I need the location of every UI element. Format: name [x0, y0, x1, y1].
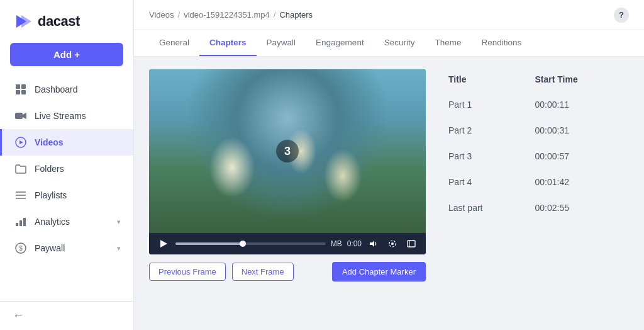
list-icon: [14, 189, 27, 202]
breadcrumb-filename[interactable]: video-1591224351.mp4: [184, 10, 270, 20]
col-header-title: Title: [441, 69, 527, 92]
progress-bar[interactable]: [175, 242, 326, 245]
logo-area: dacast: [0, 0, 133, 43]
paywall-chevron-icon: ▾: [117, 244, 121, 253]
video-section: 3 MB 0:00: [149, 69, 426, 317]
logo-text: dacast: [38, 13, 80, 30]
add-chapter-marker-button[interactable]: Add Chapter Marker: [332, 262, 426, 282]
sidebar-item-analytics-label: Analytics: [35, 217, 70, 227]
sidebar: dacast Add + Dashboard Live Streams Vide…: [0, 0, 134, 330]
dollar-icon: $: [14, 242, 27, 254]
chapter-start-time-cell: 00:00:57: [527, 144, 629, 169]
add-button[interactable]: Add +: [10, 43, 123, 66]
chapter-number-badge: 3: [276, 140, 299, 162]
svg-rect-22: [408, 241, 415, 247]
previous-frame-button[interactable]: Previous Frame: [149, 263, 226, 281]
chapter-start-time-cell: 00:00:31: [527, 118, 629, 144]
dacast-logo-icon: [13, 11, 33, 31]
time-display: 0:00: [347, 239, 362, 248]
table-row: Part 400:01:42: [441, 169, 629, 195]
bar-icon: [14, 215, 27, 228]
chapter-title-cell: Part 3: [441, 144, 527, 169]
sidebar-bottom: ←: [0, 301, 133, 330]
breadcrumb: Videos / video-1591224351.mp4 / Chapters: [149, 10, 313, 20]
content-area: 3 MB 0:00: [134, 57, 644, 330]
breadcrumb-videos[interactable]: Videos: [149, 10, 174, 20]
sidebar-item-videos[interactable]: Videos: [0, 129, 133, 156]
analytics-chevron-icon: ▾: [117, 218, 121, 226]
svg-rect-4: [16, 90, 20, 94]
svg-marker-7: [23, 113, 26, 119]
sidebar-item-dashboard[interactable]: Dashboard: [0, 76, 133, 103]
sidebar-item-playlists[interactable]: Playlists: [0, 182, 133, 208]
frame-controls: Previous Frame Next Frame Add Chapter Ma…: [149, 262, 426, 282]
svg-rect-5: [21, 90, 26, 94]
sidebar-item-live-streams[interactable]: Live Streams: [0, 103, 133, 129]
svg-marker-1: [21, 15, 31, 28]
progress-fill: [175, 242, 243, 245]
video-wrapper: 3 MB 0:00: [149, 69, 426, 254]
chapter-start-time-cell: 00:01:42: [527, 169, 629, 195]
tab-security[interactable]: Security: [374, 30, 425, 56]
tab-paywall[interactable]: Paywall: [257, 30, 306, 56]
volume-button[interactable]: [367, 239, 380, 249]
chapter-start-time-cell: 00:02:55: [527, 195, 629, 221]
svg-rect-2: [16, 84, 20, 89]
sidebar-item-videos-label: Videos: [35, 137, 64, 147]
tabs-bar: General Chapters Paywall Engagement Secu…: [134, 30, 644, 57]
tab-renditions[interactable]: Renditions: [471, 30, 531, 56]
svg-rect-15: [23, 218, 26, 226]
table-row: Part 100:00:11: [441, 92, 629, 118]
svg-marker-19: [370, 241, 374, 247]
nav-items: Dashboard Live Streams Videos Folders: [0, 76, 133, 301]
main-content: Videos / video-1591224351.mp4 / Chapters…: [134, 0, 644, 330]
svg-marker-9: [19, 140, 23, 144]
tab-theme[interactable]: Theme: [425, 30, 471, 56]
next-frame-button[interactable]: Next Frame: [232, 263, 294, 281]
progress-knob: [240, 241, 246, 247]
sidebar-item-playlists-label: Playlists: [35, 190, 67, 200]
play-icon: [14, 136, 27, 149]
folder-icon: [14, 162, 27, 175]
svg-rect-3: [21, 84, 26, 89]
svg-marker-18: [160, 240, 167, 248]
chapter-title-cell: Last part: [441, 195, 527, 221]
sidebar-item-live-streams-label: Live Streams: [35, 111, 86, 121]
chapter-title-cell: Part 4: [441, 169, 527, 195]
settings-button[interactable]: [386, 238, 399, 249]
sidebar-item-dashboard-label: Dashboard: [35, 84, 78, 94]
svg-rect-13: [16, 223, 18, 226]
video-controls-bar: MB 0:00: [149, 233, 426, 254]
chapter-title-cell: Part 1: [441, 92, 527, 118]
tab-chapters[interactable]: Chapters: [199, 30, 257, 56]
sidebar-item-folders[interactable]: Folders: [0, 156, 133, 182]
video-thumbnail: 3: [149, 69, 426, 233]
camera-icon: [14, 110, 27, 122]
chapters-table: Title Start Time Part 100:00:11Part 200:…: [441, 69, 629, 220]
chapters-section: Title Start Time Part 100:00:11Part 200:…: [441, 69, 629, 317]
col-header-start-time: Start Time: [527, 69, 629, 92]
table-row: Part 300:00:57: [441, 144, 629, 169]
table-row: Part 200:00:31: [441, 118, 629, 144]
sidebar-item-folders-label: Folders: [35, 164, 64, 174]
chapter-title-cell: Part 2: [441, 118, 527, 144]
breadcrumb-sep-1: /: [178, 10, 180, 20]
svg-rect-6: [15, 113, 23, 119]
mb-label: MB: [331, 239, 342, 248]
topbar: Videos / video-1591224351.mp4 / Chapters…: [134, 0, 644, 30]
sidebar-item-analytics[interactable]: Analytics ▾: [0, 208, 133, 235]
svg-rect-14: [19, 220, 22, 226]
play-button[interactable]: [157, 238, 170, 249]
help-button[interactable]: ?: [614, 8, 629, 23]
chapter-start-time-cell: 00:00:11: [527, 92, 629, 118]
fullscreen-button[interactable]: [404, 239, 418, 249]
dashboard-icon: [14, 83, 27, 96]
back-button[interactable]: ←: [13, 309, 24, 322]
svg-point-20: [391, 242, 394, 245]
sidebar-item-paywall[interactable]: $ Paywall ▾: [0, 235, 133, 261]
breadcrumb-sep-2: /: [274, 10, 276, 20]
tab-general[interactable]: General: [149, 30, 199, 56]
sidebar-item-paywall-label: Paywall: [35, 243, 65, 253]
tab-engagement[interactable]: Engagement: [306, 30, 374, 56]
breadcrumb-current: Chapters: [279, 10, 313, 20]
